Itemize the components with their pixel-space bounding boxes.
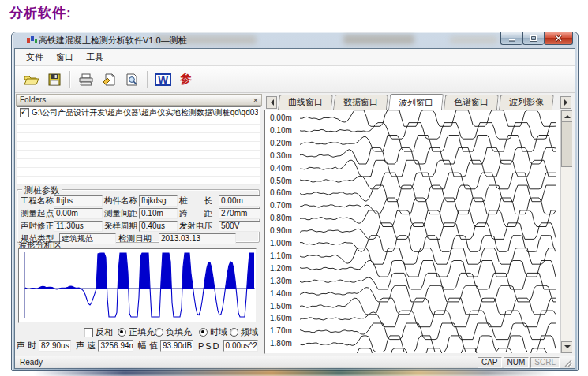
readout-label-psd: PSD [198,341,221,351]
param-field-time-correction[interactable]: 11.30us [54,221,103,232]
wave-train-view: 0.00m0.10m0.20m0.30m0.40m0.50m0.60m0.70m… [264,110,573,354]
parameters-icon: 参 [180,72,192,87]
param-field-standard-type[interactable]: 建筑规范 [59,233,116,244]
param-label-interval: 测量间距 [104,208,137,219]
vertical-scrollbar[interactable] [560,110,572,353]
tab-curve-window[interactable]: 曲线窗口 [278,95,333,110]
readout-field-sound-velocity[interactable]: 3256.94m/s [98,340,133,352]
depth-label: 0.10m [270,126,297,135]
readout-label-sound-velocity: 声 速 [76,340,96,352]
param-label-voltage: 发射电压 [179,221,217,232]
radio-frequency-domain[interactable]: 频域 [230,326,258,338]
param-field-project-name[interactable]: fhjhs [54,195,103,207]
depth-label: 1.40m [270,289,297,298]
folder-checkbox-icon[interactable] [20,108,29,117]
tab-data-window[interactable]: 数据窗口 [333,95,388,110]
radio-label: 负填充 [166,326,192,338]
radio-positive-fill[interactable]: 正填充 [118,326,155,338]
page-title: 分析软件: [9,4,72,22]
radio-label: 频域 [241,326,258,338]
depth-label: 0.60m [270,188,297,197]
tab-wavetrain-image[interactable]: 波列影像 [499,95,554,110]
analysis-waveform [19,249,256,321]
menu-item-2[interactable]: 工具 [80,49,110,65]
tab-scroll-left-icon[interactable] [266,96,277,109]
menu-item-1[interactable]: 窗口 [50,49,80,65]
scroll-up-icon[interactable] [561,110,573,122]
param-field-voltage[interactable]: 500V [219,221,260,232]
param-label-project-name: 工程名称 [21,195,52,207]
tab-label: 波列影像 [509,96,544,108]
close-button[interactable] [544,32,573,45]
minimize-button[interactable] [500,32,522,45]
wave-trace [300,248,556,265]
wave-trace [300,185,556,202]
radio-icon[interactable] [199,328,208,337]
tabs: 曲线窗口数据窗口波列窗口色谱窗口波列影像 [279,95,555,110]
folder-item[interactable]: G:\公司产品设计开发\超声仪器\超声仪实地检测数据\测桩qd\qd03\qd0… [17,107,260,118]
param-field-start-point[interactable]: 0.00m [54,208,103,219]
depth-label: 0.70m [270,201,297,210]
param-label-start-point: 测量起点 [21,208,52,219]
readout-label-amplitude: 幅 值 [138,340,158,352]
parameters-button[interactable]: 参 [174,69,197,91]
wave-trace [300,273,556,289]
wave-trace [300,261,556,277]
param-field-pile-length[interactable]: 0.00m [219,195,260,207]
radio-time-domain[interactable]: 时域 [199,326,227,338]
radio-negative-fill[interactable]: 负填充 [155,326,192,338]
depth-label: 0.00m [270,114,297,122]
open-button[interactable] [20,69,43,91]
folder-item-label[interactable]: G:\公司产品设计开发\超声仪器\超声仪实地检测数据\测桩qd\qd03\qd0… [32,107,258,118]
readout-field-psd[interactable]: 0.00us^2/m [223,340,258,352]
tab-label: 曲线窗口 [288,96,323,108]
wave-trace [300,110,556,126]
maximize-button[interactable] [522,32,544,45]
report-button[interactable] [97,69,120,91]
desktop-wallpaper-strip [11,370,577,376]
word-export-button[interactable]: W [152,69,174,91]
radio-icon[interactable] [155,328,163,337]
wave-trace [300,136,556,152]
folders-pane-header: Folders × [16,94,262,106]
readout-field-sound-time[interactable]: 82.90us [39,340,71,352]
tab-spectrum-window[interactable]: 色谱窗口 [444,95,499,110]
radio-icon[interactable] [118,328,126,337]
waveform-plot [18,248,257,323]
param-field-interval[interactable]: 0.10m [139,208,178,219]
wave-trace [300,311,556,327]
print-preview-button[interactable] [120,69,143,91]
invert-label: 反相 [96,326,113,338]
checkbox-icon[interactable] [84,328,93,337]
param-label-sample-period: 采样周期 [104,221,137,232]
menu-item-0[interactable]: 文件 [20,49,50,65]
param-field-sample-period[interactable]: 0.40us [139,221,178,232]
param-label-test-date: 检测日期 [118,233,156,244]
wave-trace [300,147,556,164]
pane-close-icon[interactable]: × [253,96,258,104]
tab-scroll-right-icon[interactable] [560,96,571,109]
wave-trace [300,348,556,353]
folders-tree[interactable]: G:\公司产品设计开发\超声仪器\超声仪实地检测数据\测桩qd\qd03\qd0… [17,106,261,186]
status-indicator-cap: CAP [478,357,502,368]
depth-label: 1.10m [270,251,297,260]
wave-trace [300,210,556,227]
status-text: Ready [17,358,476,367]
scroll-down-icon[interactable] [561,341,573,353]
tab-wavetrain-window[interactable]: 波列窗口 [388,94,444,110]
param-field-component-name[interactable]: fhjkdsg [139,195,178,207]
toolbar-separator [69,71,70,88]
radio-icon[interactable] [230,328,238,337]
invert-checkbox[interactable]: 反相 [84,326,113,338]
wave-trace [300,123,556,140]
param-field-span[interactable]: 270mm [219,208,260,219]
save-button[interactable] [43,69,66,91]
param-field-test-date[interactable]: 2013.03.13 [159,233,236,244]
scrollbar-thumb[interactable] [561,121,573,167]
titlebar-smudge [450,36,497,43]
title-bar[interactable]: 高铁建混凝土检测分析软件V1.0—测桩 [12,32,578,48]
print-button[interactable] [74,69,97,91]
resize-grip[interactable] [562,357,572,367]
window-title: 高铁建混凝土检测分析软件V1.0—测桩 [39,35,187,47]
readout-field-amplitude[interactable]: 93.90dB [160,340,193,352]
